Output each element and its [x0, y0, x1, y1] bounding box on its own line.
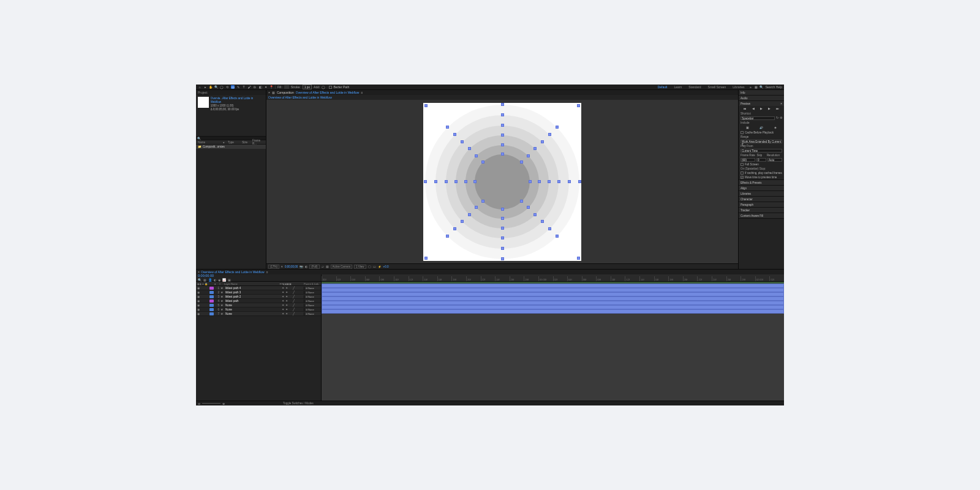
shape-handle[interactable]: [529, 180, 532, 183]
zoom-out-icon[interactable]: ⊖: [198, 402, 200, 405]
parent-dropdown[interactable]: ⊘ None: [304, 291, 321, 294]
label-color[interactable]: [209, 295, 214, 298]
orbit-tool-icon[interactable]: ◯: [220, 85, 224, 89]
shape-handle[interactable]: [578, 180, 581, 183]
close-icon[interactable]: ×: [780, 102, 782, 105]
shape-handle[interactable]: [501, 247, 504, 250]
shape-handle[interactable]: [548, 227, 551, 230]
shape-handle[interactable]: [548, 133, 551, 136]
cache-checkbox[interactable]: Cache Before Playback: [739, 130, 784, 135]
panel-character[interactable]: Character: [739, 197, 784, 202]
label-color[interactable]: [209, 291, 214, 294]
audio-panel-title[interactable]: Audio: [739, 96, 784, 100]
shape-handle[interactable]: [501, 257, 504, 260]
workspace-menu-icon[interactable]: »: [748, 85, 752, 89]
shape-handle[interactable]: [541, 220, 544, 223]
shape-handle[interactable]: [501, 153, 504, 156]
parent-dropdown[interactable]: ⊘ None: [304, 287, 321, 290]
exposure-value[interactable]: +0.0: [383, 265, 389, 268]
layer-row[interactable]: ◉7★None✦✦╱⊘ None: [196, 312, 321, 316]
shape-handle[interactable]: [527, 206, 530, 209]
loop-icon[interactable]: ↻: [776, 116, 778, 120]
shape-handle[interactable]: [527, 154, 530, 157]
panel-libraries[interactable]: Libraries: [739, 191, 784, 196]
num-header[interactable]: #: [218, 282, 223, 285]
shape-handle[interactable]: [501, 227, 504, 230]
rotate-tool-icon[interactable]: ⟲: [225, 85, 229, 89]
shape-handle[interactable]: [501, 217, 504, 220]
viewer-time[interactable]: 0;00;00;00: [285, 265, 298, 268]
resolution-dropdown[interactable]: (Full): [309, 265, 319, 269]
movetime-checkbox[interactable]: ✓Move time to preview time: [739, 175, 784, 179]
project-panel-title[interactable]: Project: [196, 90, 266, 95]
search-icon[interactable]: 🔍: [196, 137, 202, 140]
fullscreen-checkbox[interactable]: Full Screen: [739, 162, 784, 167]
parent-dropdown[interactable]: ⊘ None: [304, 312, 321, 315]
shape-handle[interactable]: [501, 113, 504, 116]
bezier-checkbox[interactable]: Bezier Path: [327, 85, 351, 89]
transparency-icon[interactable]: ▦: [326, 265, 329, 268]
shape-handle[interactable]: [501, 236, 504, 239]
time-ruler[interactable]: 00f02f04f06f08f10f12f14f16f18f20f22f24f2…: [322, 276, 784, 281]
parent-dropdown[interactable]: ⊘ None: [304, 304, 321, 307]
shape-handle[interactable]: [424, 180, 427, 183]
canvas-corner-handle[interactable]: [424, 257, 428, 260]
workspace-small[interactable]: Small Screen: [706, 85, 729, 89]
layername-header[interactable]: Layer Name: [223, 282, 278, 285]
layer-name[interactable]: None: [224, 304, 280, 307]
shape-handle[interactable]: [520, 160, 523, 164]
workspace-learn[interactable]: Learn: [671, 85, 684, 89]
layer-row[interactable]: ◉5★None✦✦╱⊘ None: [196, 303, 321, 307]
workspace-libraries[interactable]: Libraries: [730, 85, 747, 89]
puppet-tool-icon[interactable]: 📍: [270, 85, 273, 89]
visibility-icon[interactable]: ◉: [196, 287, 200, 290]
shape-handle[interactable]: [501, 143, 504, 146]
workspace-standard[interactable]: Standard: [686, 85, 703, 89]
prev-frame-icon[interactable]: ◀: [752, 107, 755, 110]
canvas-corner-handle[interactable]: [577, 257, 580, 260]
shape-handle[interactable]: [453, 133, 456, 136]
layer-duration-bar[interactable]: [322, 301, 784, 305]
settings-icon[interactable]: ⚙: [780, 116, 782, 120]
shape-handle[interactable]: [541, 140, 544, 143]
visibility-icon[interactable]: ◉: [196, 308, 200, 311]
shape-handle[interactable]: [473, 180, 477, 183]
snapshot-icon[interactable]: 📷: [300, 265, 303, 268]
shape-handle[interactable]: [557, 180, 560, 183]
shape-handle[interactable]: [434, 180, 437, 183]
roi-icon[interactable]: ▱: [322, 265, 324, 268]
layer-name[interactable]: littlest path 3: [224, 291, 280, 294]
shape-handle[interactable]: [461, 140, 464, 143]
pixel-aspect-icon[interactable]: ▭: [373, 265, 376, 268]
preview-panel-title[interactable]: Preview×: [739, 101, 784, 106]
panel-content-aware-fill[interactable]: Content-Aware Fill: [739, 213, 784, 218]
label-color[interactable]: [209, 312, 214, 315]
tab-menu-icon[interactable]: ≡: [361, 91, 363, 94]
layer-duration-bar[interactable]: [322, 292, 784, 296]
skip-dropdown[interactable]: 0: [756, 158, 766, 162]
canvas[interactable]: [423, 103, 581, 261]
layer-row[interactable]: ◉3★littlest path 2✦✦╱⊘ None: [196, 295, 321, 299]
resolution-dropdown[interactable]: Auto: [767, 158, 782, 162]
type-tool-icon[interactable]: T: [242, 85, 246, 89]
zoom-slider[interactable]: [202, 403, 221, 404]
zoom-tool-icon[interactable]: 🔍: [214, 85, 218, 89]
channel-icon[interactable]: ◐: [305, 265, 307, 268]
playfrom-dropdown[interactable]: Current Time: [741, 149, 782, 153]
layer-duration-bar[interactable]: [322, 288, 784, 292]
eraser-tool-icon[interactable]: ◧: [258, 85, 262, 89]
range-dropdown[interactable]: Work Area Extended By Current T...: [741, 140, 782, 143]
visibility-icon[interactable]: ◉: [196, 300, 200, 303]
shape-handle[interactable]: [548, 180, 551, 183]
rectangle-tool-icon[interactable]: ▭: [231, 85, 235, 89]
stroke-width-input[interactable]: 1 px: [303, 85, 312, 89]
canvas-corner-handle[interactable]: [577, 104, 580, 107]
project-row[interactable]: 📁 Compositi...unces: [196, 145, 266, 149]
layer-name[interactable]: None: [224, 312, 280, 315]
shape-handle[interactable]: [568, 180, 571, 183]
layer-row[interactable]: ◉4★littlest path✦✦╱⊘ None: [196, 299, 321, 303]
search-icon[interactable]: 🔍: [760, 85, 763, 89]
shape-handle[interactable]: [556, 235, 559, 238]
viewport[interactable]: [266, 100, 738, 263]
label-color[interactable]: [209, 304, 214, 307]
